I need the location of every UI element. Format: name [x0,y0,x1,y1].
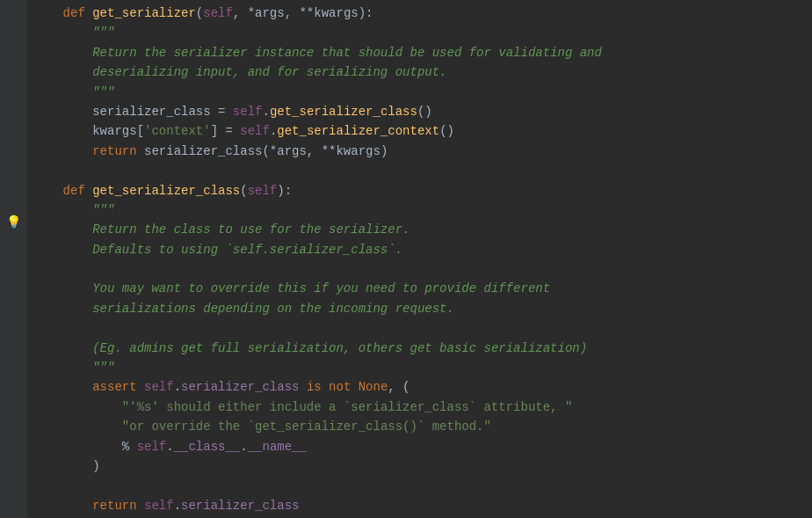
token-plain: . [262,102,269,121]
code-line: Defaults to using `self.serializer_class… [26,240,812,259]
code-line [26,259,812,279]
code-line: serializer_class = self.get_serializer_c… [26,102,812,121]
token-docstring: serializations depending on the incoming… [92,299,454,318]
token-attr-name: serializer_class [181,377,299,397]
token-plain: . [240,437,247,456]
editor-gutter: 💡 [0,0,26,518]
token-plain: % [122,437,137,456]
token-kw-none: None [359,377,388,397]
token-self-kw: self [144,496,174,515]
token-self-kw: self [203,4,233,23]
code-line: deserializing input, and for serializing… [26,62,812,82]
token-kw-return: return [92,496,144,515]
code-line [26,161,812,180]
token-fn-name: get_serializer [92,4,196,23]
code-line: """ [26,23,812,42]
token-docstring: """ [92,83,114,102]
token-plain: kwargs[ [92,121,144,141]
bulb-icon[interactable]: 💡 [6,213,21,232]
token-operator: = [225,121,240,141]
code-editor: 💡 def get_serializer(self, *args, **kwar… [0,0,812,518]
token-fn-name: get_serializer_class [270,102,417,121]
token-kw-def: def [63,4,93,23]
token-kw-is: is [307,377,329,397]
token-kw-return: return [92,142,144,161]
code-line: def get_serializer_class(self): [26,181,812,201]
token-docstring: Return the class to use for the serializ… [92,220,410,239]
code-line: assert self.serializer_class is not None… [26,377,812,397]
token-docstring: """ [92,201,114,220]
token-plain: . [270,121,277,141]
code-line: "or override the `get_serializer_class()… [26,417,812,436]
code-line: def get_serializer(self, *args, **kwargs… [26,4,812,23]
code-line: Return the serializer instance that shou… [26,43,812,62]
token-dunder: __name__ [248,437,307,456]
token-plain: ) [92,456,99,476]
token-docstring: (Eg. admins get full serialization, othe… [92,339,587,358]
token-plain: ( [196,4,203,23]
code-line: """ [26,83,812,102]
token-docstring: """ [92,23,114,42]
token-plain: () [439,121,454,141]
code-line: serializations depending on the incoming… [26,299,812,318]
code-line: "'%s' should either include a `serialize… [26,398,812,417]
token-self-kw: self [144,377,174,397]
token-plain: ( [240,181,247,201]
token-plain [299,377,306,397]
token-self-kw: self [240,121,270,141]
token-self-kw: self [233,102,263,121]
token-plain: () [417,102,432,121]
token-plain: , ( [388,377,410,397]
code-content[interactable]: def get_serializer(self, *args, **kwargs… [26,0,812,518]
code-line: return self.serializer_class [26,496,812,515]
code-line: % self.__class__.__name__ [26,437,812,456]
code-line [26,476,812,495]
code-line: ) [26,456,812,476]
token-plain: . [174,377,181,397]
code-line: Return the class to use for the serializ… [26,220,812,239]
token-plain: . [174,496,181,515]
code-line: """ [26,358,812,377]
token-plain: . [166,437,173,456]
token-attr-name: serializer_class [181,496,299,515]
token-plain: ): [277,181,292,201]
code-line: (Eg. admins get full serialization, othe… [26,339,812,358]
code-line: return serializer_class(*args, **kwargs) [26,142,812,161]
token-self-kw: self [248,181,278,201]
token-kw-assert: assert [92,377,144,397]
token-string: "or override the `get_serializer_class()… [122,417,491,436]
token-plain: serializer_class [92,102,218,121]
token-dunder: __class__ [174,437,241,456]
token-fn-name: get_serializer_context [277,121,439,141]
token-self-kw: self [137,437,167,456]
code-line: You may want to override this if you nee… [26,279,812,298]
token-string: "'%s' should either include a `serialize… [122,398,572,417]
token-docstring: """ [92,358,114,377]
token-plain: ] [211,121,226,141]
token-fn-name: get_serializer_class [92,181,240,201]
token-operator: = [218,102,233,121]
code-line [26,318,812,338]
token-docstring: Return the serializer instance that shou… [92,43,602,62]
token-string: 'context' [144,121,211,141]
code-line: """ [26,201,812,220]
token-plain: , *args, **kwargs): [233,4,373,23]
code-line: kwargs['context'] = self.get_serializer_… [26,121,812,141]
token-docstring: Defaults to using `self.serializer_class… [92,240,402,259]
token-kw-not: not [329,377,359,397]
token-kw-def: def [63,181,93,201]
token-plain: serializer_class(*args, **kwargs) [144,142,388,161]
token-docstring: You may want to override this if you nee… [92,279,550,298]
token-docstring: deserializing input, and for serializing… [92,62,446,82]
